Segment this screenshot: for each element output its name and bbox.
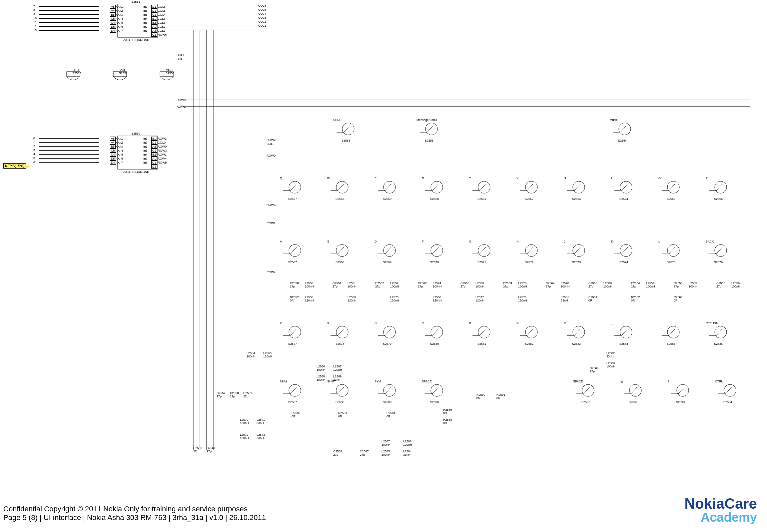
key-label: ? bbox=[668, 380, 669, 383]
dome-switch-icon bbox=[614, 181, 634, 197]
comp-r2588: R25880R bbox=[443, 418, 452, 425]
ind2-ref: L2575120nH bbox=[390, 295, 399, 302]
key-label: G bbox=[469, 240, 471, 243]
svg-line-65 bbox=[385, 247, 391, 254]
svg-point-111 bbox=[667, 326, 679, 338]
svg-line-101 bbox=[480, 329, 486, 335]
key-ref: S2590 bbox=[430, 400, 439, 404]
comp-l2567: L2567120nH bbox=[333, 365, 342, 371]
bus-index: 11 bbox=[33, 21, 100, 25]
key-ref: S2569 bbox=[383, 261, 391, 264]
dome-switch-icon bbox=[331, 181, 351, 197]
svg-point-57 bbox=[289, 245, 301, 257]
key-ref: S2568 bbox=[336, 261, 344, 264]
svg-line-47 bbox=[574, 184, 580, 191]
ind2-ref: L2579120nH bbox=[518, 295, 527, 302]
chip-z2551-left-pins: A5Out1A4Out2B5Out3C5Out4C4Out5D5Out6D4Ou… bbox=[110, 5, 123, 33]
svg-line-140 bbox=[726, 387, 732, 394]
key-label: T bbox=[469, 177, 471, 180]
chip-pin: A4Out2 bbox=[110, 141, 123, 145]
chip-z2550-right-pins: In3B1ROW2In7D1COL0In1A2ROW0In5C2ROW3In4B… bbox=[143, 137, 167, 169]
cap-ref: C256427p bbox=[546, 281, 555, 288]
dome-switch-icon bbox=[378, 325, 398, 342]
key-S2565: OS2565 bbox=[658, 177, 702, 207]
svg-line-38 bbox=[432, 184, 438, 191]
comp-l2569: L256933nH bbox=[333, 375, 342, 381]
key-S2552: LOCKS2552 bbox=[63, 68, 103, 98]
dome-switch-icon bbox=[662, 181, 682, 197]
key-ref: S2558 bbox=[336, 197, 344, 201]
comp-r2591: R25910R bbox=[496, 393, 505, 400]
bus-index: 6 bbox=[33, 161, 100, 165]
cap-ref: C256227p bbox=[418, 281, 427, 288]
svg-point-33 bbox=[383, 181, 395, 193]
chip-pin: A5Out1 bbox=[110, 137, 123, 141]
page-footer: Confidential Copyright © 2011 Nokia Only… bbox=[3, 505, 266, 522]
comp-l2582: L258233nH bbox=[606, 351, 615, 358]
svg-line-137 bbox=[678, 387, 684, 394]
ind1-ref: L2578100nH bbox=[561, 281, 570, 288]
bus-indices-bottom: 0123456 bbox=[33, 137, 100, 165]
chip-pin: C1ROW6 bbox=[143, 33, 167, 37]
dome-switch-icon bbox=[378, 181, 398, 197]
dome-switch-icon bbox=[709, 181, 729, 197]
key-S2553: SENDS2553 bbox=[333, 118, 413, 148]
svg-line-26 bbox=[620, 126, 626, 132]
cap-ref: C256327p bbox=[503, 281, 512, 288]
svg-point-30 bbox=[336, 181, 348, 193]
chip-pin: In7D1COL0 bbox=[143, 141, 167, 145]
key-label: D bbox=[375, 240, 377, 243]
comp-c2558: C255827p bbox=[230, 391, 239, 398]
nokia-care-logo: NokiaCare Academy bbox=[684, 496, 757, 524]
dome-switch-icon bbox=[567, 181, 587, 197]
svg-rect-15 bbox=[67, 72, 80, 77]
key-S2555: Message/EmailS2555 bbox=[416, 118, 496, 148]
dome-switch-icon bbox=[709, 244, 729, 261]
dome-switch-icon bbox=[420, 122, 440, 139]
key-S2572: HS2572 bbox=[516, 240, 560, 270]
key-label: R bbox=[422, 177, 424, 180]
svg-point-138 bbox=[724, 384, 736, 396]
key-row-bottom: NUMS2587SHIFTS2588SYMS2589SPACES2590SPAC… bbox=[280, 380, 746, 410]
net-row2-label: ROW2 bbox=[267, 138, 276, 142]
key-label: SEND bbox=[333, 118, 342, 122]
dome-switch-icon bbox=[378, 384, 398, 400]
key-ref: S2588 bbox=[336, 400, 344, 404]
key-S2575: LS2575 bbox=[658, 240, 702, 270]
chip-pin: In1A2ROW0 bbox=[143, 145, 167, 149]
svg-point-105 bbox=[573, 326, 585, 338]
net-row1-label: ROW1 bbox=[177, 105, 186, 108]
dome-switch-icon bbox=[425, 244, 445, 261]
dome-switch-icon bbox=[331, 384, 351, 400]
dome-switch-icon bbox=[520, 325, 540, 342]
svg-line-98 bbox=[432, 329, 438, 335]
key-label: Q bbox=[280, 177, 282, 180]
key-row-functions: SENDS2553Message/EmailS2555MusicS2554 bbox=[333, 118, 700, 148]
net-col3: COL3 bbox=[258, 16, 266, 19]
key-ref: S2557 bbox=[288, 197, 297, 201]
key-ref: S2576 bbox=[714, 261, 723, 264]
cap-ref: C255427p bbox=[631, 281, 640, 288]
key-ref: S2572 bbox=[525, 261, 533, 264]
chip-pin: In3B1ROW2 bbox=[143, 137, 167, 141]
chip-pin: In6C1ROW5 bbox=[143, 161, 167, 165]
key-S2577: ZS2577 bbox=[280, 321, 324, 351]
bus-index: 3 bbox=[33, 149, 100, 153]
svg-line-50 bbox=[622, 184, 628, 191]
key-ref: S2587 bbox=[288, 400, 297, 404]
chip-pin: In6D2COL5 bbox=[143, 9, 167, 13]
bus-index: 7 bbox=[33, 5, 100, 9]
key-ref: S2589 bbox=[383, 400, 391, 404]
svg-point-18 bbox=[342, 123, 354, 135]
svg-line-59 bbox=[291, 247, 297, 254]
volume-lock-keys: LOCKS2552VOL-S2551VOL+S2550 bbox=[63, 68, 190, 98]
key-label: S bbox=[327, 240, 329, 243]
key-label: SPACE bbox=[573, 380, 583, 383]
dome-switch-icon bbox=[472, 244, 492, 261]
svg-line-104 bbox=[527, 329, 533, 335]
chip-pin: In3B2COL3 bbox=[143, 21, 167, 25]
svg-line-56 bbox=[716, 184, 722, 191]
dome-switch-icon bbox=[613, 122, 633, 139]
svg-point-42 bbox=[525, 181, 537, 193]
comp-l2565: L2565120nH bbox=[263, 351, 272, 358]
